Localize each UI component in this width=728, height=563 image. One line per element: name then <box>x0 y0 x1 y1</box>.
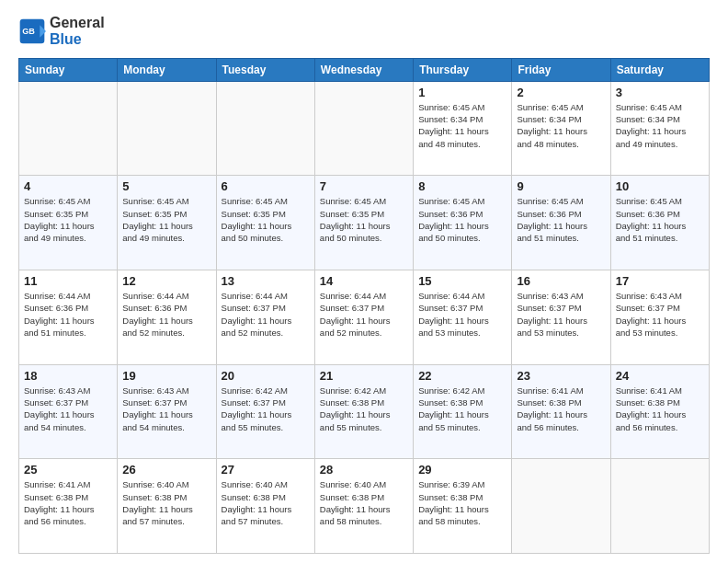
day-info: Sunrise: 6:42 AMSunset: 6:38 PMDaylight:… <box>320 385 408 433</box>
day-info: Sunrise: 6:42 AMSunset: 6:37 PMDaylight:… <box>222 385 310 433</box>
day-info: Sunrise: 6:40 AMSunset: 6:38 PMDaylight:… <box>122 478 210 527</box>
day-number: 24 <box>616 369 704 383</box>
day-number: 4 <box>24 179 112 193</box>
calendar-cell: 2Sunrise: 6:45 AMSunset: 6:34 PMDaylight… <box>512 81 610 176</box>
day-info: Sunrise: 6:44 AMSunset: 6:37 PMDaylight:… <box>418 290 506 339</box>
calendar-cell: 24Sunrise: 6:41 AMSunset: 6:38 PMDayligh… <box>610 364 709 459</box>
day-info: Sunrise: 6:45 AMSunset: 6:35 PMDaylight:… <box>24 195 112 244</box>
day-info: Sunrise: 6:45 AMSunset: 6:36 PMDaylight:… <box>616 195 704 244</box>
day-info: Sunrise: 6:44 AMSunset: 6:37 PMDaylight:… <box>320 290 408 339</box>
day-number: 22 <box>418 369 506 383</box>
calendar-cell: 20Sunrise: 6:42 AMSunset: 6:37 PMDayligh… <box>216 364 314 459</box>
day-info: Sunrise: 6:45 AMSunset: 6:34 PMDaylight:… <box>616 101 704 150</box>
calendar-header-monday: Monday <box>118 58 216 81</box>
day-info: Sunrise: 6:45 AMSunset: 6:35 PMDaylight:… <box>122 195 210 244</box>
day-number: 10 <box>616 179 704 193</box>
day-info: Sunrise: 6:40 AMSunset: 6:38 PMDaylight:… <box>222 478 310 527</box>
day-number: 15 <box>418 274 506 288</box>
calendar-table: SundayMondayTuesdayWednesdayThursdayFrid… <box>18 58 710 554</box>
calendar-cell: 23Sunrise: 6:41 AMSunset: 6:38 PMDayligh… <box>512 364 610 459</box>
day-number: 16 <box>517 274 605 288</box>
day-number: 27 <box>222 463 310 477</box>
calendar-cell: 10Sunrise: 6:45 AMSunset: 6:36 PMDayligh… <box>610 176 709 270</box>
day-number: 21 <box>320 369 408 383</box>
day-number: 13 <box>222 274 310 288</box>
day-info: Sunrise: 6:39 AMSunset: 6:38 PMDaylight:… <box>418 478 506 527</box>
day-info: Sunrise: 6:45 AMSunset: 6:35 PMDaylight:… <box>320 195 408 244</box>
logo-icon: GB <box>18 17 46 45</box>
calendar-cell: 25Sunrise: 6:41 AMSunset: 6:38 PMDayligh… <box>19 459 118 554</box>
calendar-cell: 29Sunrise: 6:39 AMSunset: 6:38 PMDayligh… <box>414 459 512 554</box>
calendar-cell <box>19 81 118 176</box>
calendar-header-saturday: Saturday <box>610 58 709 81</box>
day-info: Sunrise: 6:43 AMSunset: 6:37 PMDaylight:… <box>122 385 210 433</box>
day-number: 17 <box>616 274 704 288</box>
calendar-cell <box>118 81 216 176</box>
calendar-cell: 11Sunrise: 6:44 AMSunset: 6:36 PMDayligh… <box>19 270 118 365</box>
day-number: 18 <box>24 369 112 383</box>
day-number: 2 <box>517 86 605 99</box>
day-info: Sunrise: 6:45 AMSunset: 6:35 PMDaylight:… <box>222 195 310 244</box>
day-number: 23 <box>517 369 605 383</box>
calendar-cell <box>216 81 314 176</box>
calendar-row-4: 25Sunrise: 6:41 AMSunset: 6:38 PMDayligh… <box>19 459 710 554</box>
calendar-cell: 17Sunrise: 6:43 AMSunset: 6:37 PMDayligh… <box>610 270 709 365</box>
calendar-row-1: 4Sunrise: 6:45 AMSunset: 6:35 PMDaylight… <box>19 176 710 270</box>
calendar-cell: 1Sunrise: 6:45 AMSunset: 6:34 PMDaylight… <box>414 81 512 176</box>
logo-text: GeneralBlue <box>50 15 105 49</box>
calendar-cell: 27Sunrise: 6:40 AMSunset: 6:38 PMDayligh… <box>216 459 314 554</box>
day-info: Sunrise: 6:44 AMSunset: 6:36 PMDaylight:… <box>122 290 210 339</box>
day-number: 28 <box>320 463 408 477</box>
calendar-cell: 3Sunrise: 6:45 AMSunset: 6:34 PMDaylight… <box>610 81 709 176</box>
day-number: 1 <box>418 86 506 99</box>
day-number: 8 <box>418 179 506 193</box>
calendar-cell: 7Sunrise: 6:45 AMSunset: 6:35 PMDaylight… <box>314 176 413 270</box>
svg-text:GB: GB <box>22 28 35 37</box>
calendar-cell: 9Sunrise: 6:45 AMSunset: 6:36 PMDaylight… <box>512 176 610 270</box>
calendar-header-thursday: Thursday <box>414 58 512 81</box>
day-number: 29 <box>418 463 506 477</box>
calendar-header-sunday: Sunday <box>19 58 118 81</box>
calendar-cell: 19Sunrise: 6:43 AMSunset: 6:37 PMDayligh… <box>118 364 216 459</box>
day-number: 14 <box>320 274 408 288</box>
day-info: Sunrise: 6:43 AMSunset: 6:37 PMDaylight:… <box>616 290 704 339</box>
day-number: 7 <box>320 179 408 193</box>
day-number: 12 <box>122 274 210 288</box>
day-info: Sunrise: 6:44 AMSunset: 6:37 PMDaylight:… <box>222 290 310 339</box>
calendar-cell: 12Sunrise: 6:44 AMSunset: 6:36 PMDayligh… <box>118 270 216 365</box>
logo: GB GeneralBlue <box>18 15 105 49</box>
day-number: 11 <box>24 274 112 288</box>
day-info: Sunrise: 6:45 AMSunset: 6:34 PMDaylight:… <box>517 101 605 150</box>
calendar-cell: 22Sunrise: 6:42 AMSunset: 6:38 PMDayligh… <box>414 364 512 459</box>
day-number: 5 <box>122 179 210 193</box>
day-info: Sunrise: 6:45 AMSunset: 6:36 PMDaylight:… <box>517 195 605 244</box>
calendar-header-wednesday: Wednesday <box>314 58 413 81</box>
day-info: Sunrise: 6:42 AMSunset: 6:38 PMDaylight:… <box>418 385 506 433</box>
calendar-cell: 28Sunrise: 6:40 AMSunset: 6:38 PMDayligh… <box>314 459 413 554</box>
calendar-cell: 18Sunrise: 6:43 AMSunset: 6:37 PMDayligh… <box>19 364 118 459</box>
calendar-row-0: 1Sunrise: 6:45 AMSunset: 6:34 PMDaylight… <box>19 81 710 176</box>
day-info: Sunrise: 6:41 AMSunset: 6:38 PMDaylight:… <box>24 478 112 527</box>
calendar-cell: 26Sunrise: 6:40 AMSunset: 6:38 PMDayligh… <box>118 459 216 554</box>
calendar-cell: 8Sunrise: 6:45 AMSunset: 6:36 PMDaylight… <box>414 176 512 270</box>
day-info: Sunrise: 6:44 AMSunset: 6:36 PMDaylight:… <box>24 290 112 339</box>
calendar-cell: 15Sunrise: 6:44 AMSunset: 6:37 PMDayligh… <box>414 270 512 365</box>
calendar-cell <box>610 459 709 554</box>
calendar-header-friday: Friday <box>512 58 610 81</box>
calendar-cell: 21Sunrise: 6:42 AMSunset: 6:38 PMDayligh… <box>314 364 413 459</box>
header: GB GeneralBlue <box>18 15 710 49</box>
calendar-cell <box>314 81 413 176</box>
logo-blue: Blue <box>50 31 82 47</box>
day-number: 19 <box>122 369 210 383</box>
calendar-header-tuesday: Tuesday <box>216 58 314 81</box>
day-number: 26 <box>122 463 210 477</box>
calendar-row-3: 18Sunrise: 6:43 AMSunset: 6:37 PMDayligh… <box>19 364 710 459</box>
calendar-cell: 14Sunrise: 6:44 AMSunset: 6:37 PMDayligh… <box>314 270 413 365</box>
day-number: 20 <box>222 369 310 383</box>
day-info: Sunrise: 6:43 AMSunset: 6:37 PMDaylight:… <box>24 385 112 433</box>
day-number: 9 <box>517 179 605 193</box>
day-info: Sunrise: 6:43 AMSunset: 6:37 PMDaylight:… <box>517 290 605 339</box>
calendar-row-2: 11Sunrise: 6:44 AMSunset: 6:36 PMDayligh… <box>19 270 710 365</box>
calendar-cell <box>512 459 610 554</box>
calendar-header-row: SundayMondayTuesdayWednesdayThursdayFrid… <box>19 58 710 81</box>
